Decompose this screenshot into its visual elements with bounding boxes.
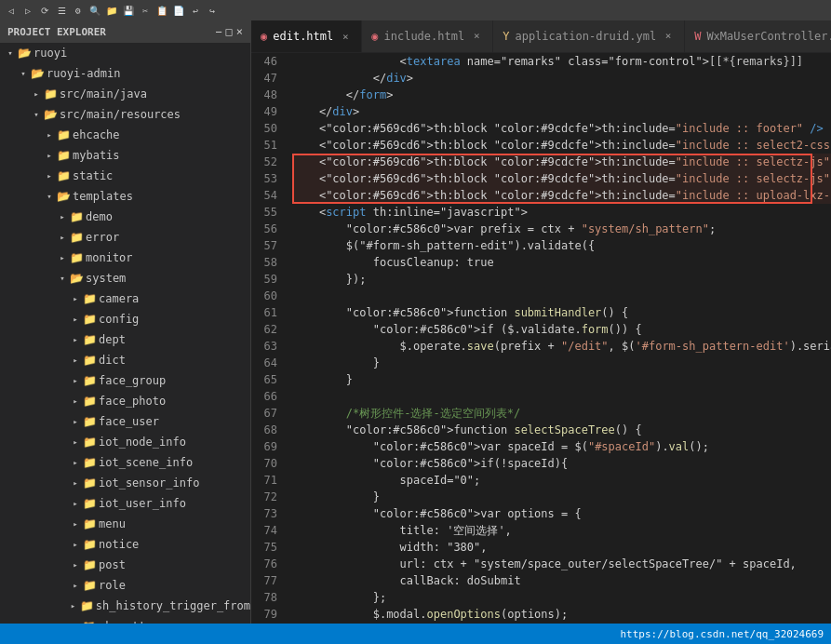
tree-item-system[interactable]: ▾ 📂 system <box>0 268 250 288</box>
toolbar-icon-5[interactable]: ⚙ <box>71 3 86 18</box>
code-line-60 <box>292 288 831 304</box>
tree-item-templates[interactable]: ▾ 📂 templates <box>0 186 250 207</box>
folder-icon-src-resources: 📂 <box>43 108 58 121</box>
tree-item-dept[interactable]: ▸ 📁 dept <box>0 329 250 350</box>
tab-wxma-java[interactable]: W WxMaUserController.java × <box>685 20 831 52</box>
tree-arrow-face-photo: ▸ <box>69 396 82 406</box>
toolbar-icon-12[interactable]: ↩ <box>188 3 203 18</box>
tab-icon-include-html: ◉ <box>371 30 378 43</box>
tab-edit-html[interactable]: ◉ edit.html × <box>251 20 362 52</box>
line-number-46: 46 <box>259 53 277 70</box>
line-number-63: 63 <box>259 338 277 355</box>
tab-icon-edit-html: ◉ <box>261 30 267 43</box>
line-number-55: 55 <box>259 204 277 221</box>
tree-arrow-dept: ▸ <box>69 335 82 344</box>
code-line-76: url: ctx + "system/space_outer/selectSpa… <box>292 556 831 572</box>
toolbar-icon-11[interactable]: 📄 <box>171 3 186 18</box>
tree-item-demo[interactable]: ▸ 📁 demo <box>0 207 250 227</box>
tree-label-mybatis: mybatis <box>73 149 120 162</box>
tree-item-config[interactable]: ▸ 📁 config <box>0 309 250 329</box>
tree-item-iot-user-info[interactable]: ▸ 📁 iot_user_info <box>0 493 250 514</box>
code-line-70: "color:#c586c0">if(!spaceId){ <box>292 455 831 472</box>
tree-label-monitor: monitor <box>86 251 133 264</box>
tree-item-ruoyi-admin[interactable]: ▾ 📂 ruoyi-admin <box>0 63 250 84</box>
tree-item-face-photo[interactable]: ▸ 📁 face_photo <box>0 391 250 411</box>
tab-include-html[interactable]: ◉ include.html × <box>362 20 493 52</box>
tree-label-ruoyi: ruoyi <box>34 47 67 60</box>
toolbar-icon-8[interactable]: 💾 <box>121 3 136 18</box>
tree-item-src-java[interactable]: ▸ 📁 src/main/java <box>0 84 250 104</box>
tree-item-sh-pattern[interactable]: ▾ 📂 sh_pattern <box>0 616 250 624</box>
tree-item-notice[interactable]: ▸ 📁 notice <box>0 534 250 555</box>
tree-item-iot-scene-info[interactable]: ▸ 📁 iot_scene_info <box>0 452 250 473</box>
toolbar-icon-7[interactable]: 📁 <box>104 3 119 18</box>
tree-arrow-iot-user: ▸ <box>69 499 82 508</box>
toolbar-icon-4[interactable]: ☰ <box>54 3 69 18</box>
toolbar-icon-10[interactable]: 📋 <box>154 3 169 18</box>
tree-item-iot-node-info[interactable]: ▸ 📁 iot_node_info <box>0 432 250 452</box>
folder-icon-monitor: 📁 <box>69 251 84 264</box>
line-number-75: 75 <box>259 539 277 556</box>
line-number-47: 47 <box>259 70 277 87</box>
tree-item-mybatis[interactable]: ▸ 📁 mybatis <box>0 145 250 166</box>
tab-close-include-html[interactable]: × <box>470 30 483 43</box>
line-number-62: 62 <box>259 321 277 338</box>
folder-icon-error: 📁 <box>69 231 84 244</box>
tab-close-edit-html[interactable]: × <box>339 30 352 43</box>
tree-label-role: role <box>99 579 126 592</box>
tree-item-ehcache[interactable]: ▸ 📁 ehcache <box>0 125 250 145</box>
folder-icon-dict: 📁 <box>82 354 97 367</box>
tree-label-face-user: face_user <box>99 415 159 428</box>
code-line-72: } <box>292 489 831 505</box>
line-number-70: 70 <box>259 455 277 472</box>
code-line-71: spaceId="0"; <box>292 472 831 489</box>
tree-arrow-sh-history: ▸ <box>67 601 80 610</box>
toolbar-icon-9[interactable]: ✂ <box>138 3 153 18</box>
tree-item-camera[interactable]: ▸ 📁 camera <box>0 288 250 309</box>
code-area[interactable]: <textarea name="remarks" class="form-con… <box>285 53 831 624</box>
tree-item-menu[interactable]: ▸ 📁 menu <box>0 514 250 534</box>
toolbar-icon-3[interactable]: ⟳ <box>37 3 52 18</box>
tree-item-face-user[interactable]: ▸ 📁 face_user <box>0 411 250 432</box>
toolbar-icon-1[interactable]: ◁ <box>4 3 19 18</box>
code-line-74: title: '空间选择', <box>292 522 831 539</box>
tree-label-menu: menu <box>99 517 126 530</box>
tree-arrow-mybatis: ▸ <box>43 151 56 160</box>
folder-icon-notice: 📁 <box>82 538 97 551</box>
toolbar-icon-2[interactable]: ▷ <box>20 3 35 18</box>
tree-item-monitor[interactable]: ▸ 📁 monitor <box>0 248 250 268</box>
tree-item-face-group[interactable]: ▸ 📁 face_group <box>0 370 250 391</box>
tree-item-post[interactable]: ▸ 📁 post <box>0 555 250 575</box>
folder-icon-mybatis: 📁 <box>56 149 71 162</box>
sidebar-maximize-icon[interactable]: □ <box>226 25 233 38</box>
tab-label-yml: application-druid.yml <box>515 30 656 43</box>
sidebar-close-icon[interactable]: × <box>236 25 243 38</box>
sidebar-tree: ▾ 📂 ruoyi ▾ 📂 ruoyi-admin ▸ 📁 src/main/j… <box>0 43 250 624</box>
tab-application-yml[interactable]: Y application-druid.yml × <box>493 20 685 52</box>
tree-arrow-config: ▸ <box>69 315 82 324</box>
line-number-69: 69 <box>259 438 277 455</box>
folder-icon-templates: 📂 <box>56 190 71 203</box>
tree-arrow-post: ▸ <box>69 560 82 570</box>
tree-item-error[interactable]: ▸ 📁 error <box>0 227 250 248</box>
tab-close-yml[interactable]: × <box>662 30 675 43</box>
toolbar-icon-6[interactable]: 🔍 <box>87 3 102 18</box>
tree-item-src-resources[interactable]: ▾ 📂 src/main/resources <box>0 104 250 125</box>
tree-arrow-ruoyi-admin: ▾ <box>17 69 30 78</box>
tree-label-iot-sensor: iot_sensor_info <box>99 476 199 490</box>
tree-item-role[interactable]: ▸ 📁 role <box>0 575 250 596</box>
folder-icon-menu: 📁 <box>82 517 97 530</box>
tree-item-sh-history[interactable]: ▸ 📁 sh_history_trigger_from <box>0 596 250 616</box>
sidebar-minimize-icon[interactable]: − <box>215 25 221 38</box>
tree-label-ehcache: ehcache <box>73 128 120 141</box>
tree-item-ruoyi[interactable]: ▾ 📂 ruoyi <box>0 43 250 63</box>
tree-item-iot-sensor-info[interactable]: ▸ 📁 iot_sensor_info <box>0 473 250 493</box>
code-line-58: focusCleanup: true <box>292 254 831 271</box>
tree-item-dict[interactable]: ▸ 📁 dict <box>0 350 250 370</box>
toolbar-icon-13[interactable]: ↪ <box>205 3 220 18</box>
tree-arrow-face-user: ▸ <box>69 417 82 426</box>
tree-arrow-face-group: ▸ <box>69 376 82 385</box>
code-line-57: $("#form-sh_pattern-edit").validate({ <box>292 237 831 254</box>
tree-item-static[interactable]: ▸ 📁 static <box>0 166 250 186</box>
folder-icon-face-group: 📁 <box>82 374 97 387</box>
